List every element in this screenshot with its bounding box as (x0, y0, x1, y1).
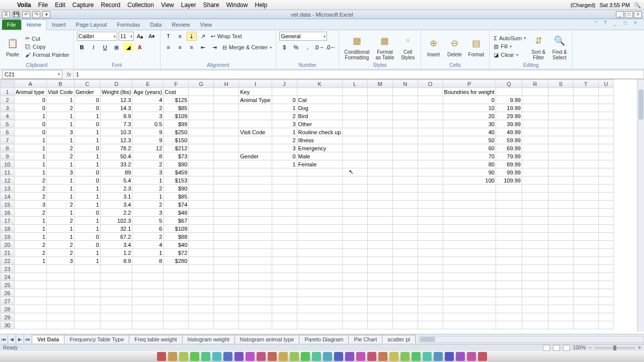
cell-I3[interactable] (239, 104, 272, 112)
cell-T15[interactable] (573, 201, 598, 209)
cell-B13[interactable]: 1 (47, 185, 74, 193)
cell-T10[interactable] (573, 160, 598, 168)
cell-D3[interactable]: 14.3 (100, 104, 132, 112)
cell-M26[interactable] (367, 289, 392, 297)
cell-B26[interactable] (47, 289, 74, 297)
cell-A23[interactable] (15, 265, 47, 273)
cell-T30[interactable] (573, 321, 598, 329)
cell-B2[interactable]: 1 (47, 96, 74, 104)
cell-F13[interactable]: $90 (164, 185, 189, 193)
cell-A14[interactable]: 2 (15, 193, 47, 201)
cell-P18[interactable] (443, 225, 496, 233)
cell-E30[interactable] (132, 321, 164, 329)
cell-P26[interactable] (443, 289, 496, 297)
dock-app[interactable] (323, 352, 332, 361)
cell-L29[interactable] (342, 313, 367, 321)
format-as-table-button[interactable]: ▦Format as Table (373, 32, 396, 61)
cell-B28[interactable] (47, 305, 74, 313)
cell-H1[interactable] (214, 88, 239, 96)
dock-app[interactable] (234, 352, 244, 361)
cell-D2[interactable]: 12.3 (100, 96, 132, 104)
cell-B12[interactable]: 1 (47, 176, 74, 185)
cell-K28[interactable] (297, 305, 342, 313)
cell-I22[interactable] (239, 257, 272, 265)
doc-max-icon[interactable]: □ (624, 20, 631, 27)
sheet-nav-first[interactable]: ⏮ (0, 335, 8, 344)
sheet-tab[interactable]: scatter pl (382, 335, 416, 343)
cell-E23[interactable] (132, 265, 164, 273)
cell-D29[interactable] (100, 313, 132, 321)
help-icon[interactable]: ? (604, 20, 611, 27)
cell-D26[interactable] (100, 289, 132, 297)
cell-N10[interactable] (392, 160, 418, 168)
dock-app[interactable] (212, 352, 221, 361)
cell-E24[interactable] (132, 273, 164, 281)
cell-B1[interactable]: Visit Code (47, 88, 74, 96)
row-header-25[interactable]: 25 (1, 281, 15, 289)
cell-R12[interactable] (522, 176, 548, 185)
cell-G3[interactable] (189, 104, 214, 112)
cell-N18[interactable] (392, 225, 418, 233)
cell-T11[interactable] (573, 168, 598, 176)
dock-app[interactable] (201, 352, 210, 361)
cell-T19[interactable] (573, 233, 598, 241)
col-header-I[interactable]: I (239, 80, 272, 88)
row-header-12[interactable]: 12 (1, 176, 15, 185)
cell-R3[interactable] (522, 104, 548, 112)
cell-L22[interactable] (342, 257, 367, 265)
cell-B23[interactable] (47, 265, 74, 273)
bold-button[interactable]: B (77, 43, 87, 52)
cell-O16[interactable] (418, 209, 443, 217)
cell-P28[interactable] (443, 305, 496, 313)
cell-E15[interactable]: 2 (132, 201, 164, 209)
cell-O20[interactable] (418, 241, 443, 249)
format-painter-button[interactable]: 🖌Format Painter (24, 51, 70, 58)
cell-B20[interactable]: 2 (47, 241, 74, 249)
cell-T27[interactable] (573, 297, 598, 305)
dock-app[interactable] (378, 352, 387, 361)
dock-app[interactable] (345, 352, 354, 361)
cell-M20[interactable] (367, 241, 392, 249)
col-header-B[interactable]: B (47, 80, 74, 88)
cell-D28[interactable] (100, 305, 132, 313)
cell-E11[interactable]: 3 (132, 168, 164, 176)
cell-E25[interactable] (132, 281, 164, 289)
tab-file[interactable]: File (2, 20, 21, 30)
cell-O12[interactable] (418, 176, 443, 185)
cell-G24[interactable] (189, 273, 214, 281)
sheet-tab[interactable]: histogram animal type (234, 335, 300, 343)
cell-B29[interactable] (47, 313, 74, 321)
cell-S27[interactable] (548, 297, 573, 305)
cell-J8[interactable]: 3 (272, 144, 297, 152)
cell-Q8[interactable]: 69.99 (496, 144, 522, 152)
cell-U10[interactable] (598, 160, 613, 168)
close-button[interactable]: × (634, 11, 642, 18)
cell-G20[interactable] (189, 241, 214, 249)
cell-J27[interactable] (272, 297, 297, 305)
cell-N24[interactable] (392, 273, 418, 281)
cell-B30[interactable] (47, 321, 74, 329)
cell-E6[interactable]: 9 (132, 128, 164, 136)
cell-K11[interactable] (297, 168, 342, 176)
cell-R29[interactable] (522, 313, 548, 321)
dock-app[interactable] (268, 352, 277, 361)
cell-A8[interactable]: 1 (15, 144, 47, 152)
tab-page-layout[interactable]: Page Layout (71, 20, 112, 30)
cell-G6[interactable] (189, 128, 214, 136)
cell-K30[interactable] (297, 321, 342, 329)
cell-L21[interactable] (342, 249, 367, 257)
cell-J9[interactable]: 0 (272, 152, 297, 160)
cell-L1[interactable] (342, 88, 367, 96)
cell-O30[interactable] (418, 321, 443, 329)
cell-F25[interactable] (164, 281, 189, 289)
cell-E26[interactable] (132, 289, 164, 297)
cell-P4[interactable]: 20 (443, 112, 496, 120)
cell-H19[interactable] (214, 233, 239, 241)
cell-G23[interactable] (189, 265, 214, 273)
cell-M8[interactable] (367, 144, 392, 152)
cell-L11[interactable] (342, 168, 367, 176)
row-header-13[interactable]: 13 (1, 185, 15, 193)
cell-T18[interactable] (573, 225, 598, 233)
row-header-8[interactable]: 8 (1, 144, 15, 152)
cell-Q15[interactable] (496, 201, 522, 209)
